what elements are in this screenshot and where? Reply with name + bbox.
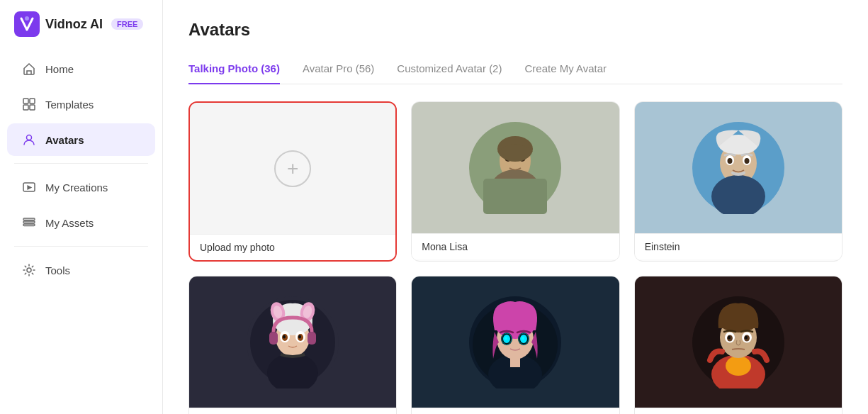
svg-point-27 [744,158,749,164]
einstein-label: Einstein [635,233,842,259]
logo-area: Vidnoz AI FREE [0,0,162,51]
peyton-label: Peyton [189,408,396,414]
avatar-grid: + Upload my photo [188,101,842,414]
avatar-card-einstein[interactable]: Einstein [634,101,842,262]
einstein-avatar-img [692,122,784,214]
sidebar-item-my-assets[interactable]: My Assets [7,206,155,239]
svg-point-1 [25,16,29,21]
iron-label: Iron [635,408,842,414]
upload-plus-icon: + [274,150,311,187]
tab-create-my-avatar[interactable]: Create My Avatar [524,57,607,84]
svg-rect-9 [23,218,35,220]
tab-avatar-pro[interactable]: Avatar Pro (56) [303,57,374,84]
svg-point-56 [505,336,507,340]
svg-point-70 [745,335,748,339]
nav-divider-2 [14,246,148,247]
sidebar-item-avatars[interactable]: Avatars [7,123,155,156]
upload-image-area: + [190,103,395,234]
upload-avatar-label: Upload my photo [190,234,395,260]
svg-point-62 [726,356,751,376]
svg-rect-0 [14,11,40,37]
svg-point-69 [728,335,731,339]
avatar-card-peyton[interactable]: Peyton [188,276,397,414]
einstein-image-area [635,102,842,233]
svg-point-42 [283,335,286,338]
sidebar-item-avatars-label: Avatars [45,134,84,146]
svg-point-11 [27,268,31,272]
svg-point-26 [727,158,732,164]
avatar-card-mona-lisa[interactable]: Mona Lisa [411,101,619,262]
svg-rect-8 [23,221,35,223]
main-content: Avatars Talking Photo (36) Avatar Pro (5… [163,0,868,414]
sidebar-item-tools-label: Tools [45,264,70,276]
svg-rect-3 [30,99,35,103]
svg-point-57 [522,336,524,340]
assets-icon [21,215,37,230]
svg-point-43 [298,335,301,338]
tools-icon [21,262,37,278]
sidebar-item-my-assets-label: My Assets [45,217,94,229]
sidebar-item-templates[interactable]: Templates [7,88,155,121]
free-badge: FREE [111,18,143,30]
tab-customized-avatar[interactable]: Customized Avatar (2) [397,57,502,84]
peyton-avatar-img [247,296,339,388]
peyton-image-area [189,276,396,408]
maeve-image-area [412,276,619,408]
svg-rect-4 [23,105,28,110]
mona-lisa-image-area [412,102,619,233]
creations-icon [21,179,37,195]
sidebar-item-tools[interactable]: Tools [7,254,155,286]
svg-rect-5 [30,105,35,110]
svg-point-6 [27,135,32,140]
svg-rect-44 [269,332,278,345]
templates-icon [21,96,37,112]
sidebar-item-my-creations[interactable]: My Creations [7,171,155,203]
iron-avatar-img [692,296,784,388]
sidebar: Vidnoz AI FREE Home Templates Avatars My… [0,0,163,414]
sidebar-item-my-creations-label: My Creations [45,181,108,194]
home-icon [21,61,37,77]
svg-rect-2 [23,99,28,103]
iron-image-area [635,276,842,408]
svg-rect-10 [23,224,35,226]
avatars-icon [21,132,37,147]
tab-talking-photo[interactable]: Talking Photo (36) [188,57,280,84]
svg-rect-20 [483,179,547,214]
avatar-card-maeve[interactable]: Maeve [411,276,619,414]
sidebar-item-home[interactable]: Home [7,52,155,85]
logo-text: Vidnoz AI [45,17,103,32]
sidebar-item-templates-label: Templates [45,99,94,111]
maeve-avatar-img [469,296,561,388]
mona-lisa-avatar-img [469,122,561,214]
nav-divider-1 [14,163,148,164]
tabs-container: Talking Photo (36) Avatar Pro (56) Custo… [188,57,842,84]
page-title: Avatars [188,20,842,40]
maeve-label: Maeve [412,408,619,414]
avatar-card-iron[interactable]: Iron [634,276,842,414]
svg-rect-45 [308,332,316,345]
upload-avatar-card[interactable]: + Upload my photo [188,101,397,262]
sidebar-item-home-label: Home [45,63,74,75]
vidnoz-logo-icon [14,11,40,37]
mona-lisa-label: Mona Lisa [412,233,619,259]
